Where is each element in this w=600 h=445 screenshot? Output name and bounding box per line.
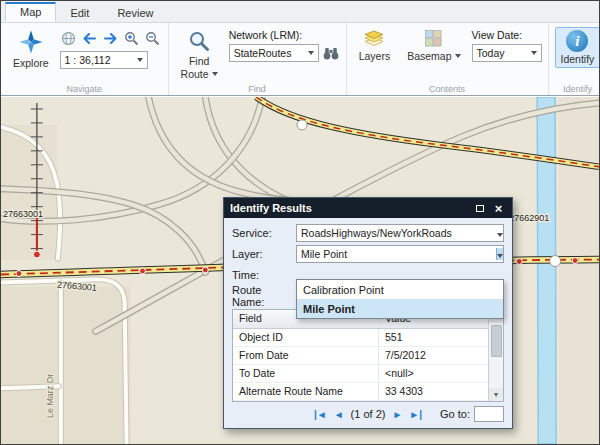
service-value: RoadsHighways/NewYorkRoads [301, 227, 452, 239]
table-row[interactable]: Object ID 551 [233, 329, 488, 347]
scrollbar-thumb[interactable] [491, 325, 502, 357]
table-row[interactable]: From Date 7/5/2012 [233, 347, 488, 365]
street-label-le-marz: Le Marz Dr [45, 374, 55, 418]
tab-edit[interactable]: Edit [56, 3, 103, 22]
layer-combo[interactable]: Mile Point [296, 245, 504, 263]
identify-button[interactable]: i Identify [555, 27, 600, 68]
dropdown-option-mile-point[interactable]: Mile Point [297, 299, 503, 318]
next-page-button[interactable]: ► [392, 409, 402, 420]
back-arrow-icon[interactable] [81, 29, 99, 47]
map-viewport[interactable]: 27663001 27663001 27662901 Le Marz Dr Id… [1, 97, 599, 444]
explore-button[interactable]: Explore [7, 27, 55, 72]
group-label-contents: Contents [347, 84, 548, 94]
tab-review[interactable]: Review [103, 3, 167, 22]
layers-button[interactable]: Layers [353, 27, 397, 65]
network-lrm-value: StateRoutes [234, 47, 292, 59]
layers-icon [364, 30, 384, 49]
ribbon-group-navigate: Explore [1, 23, 169, 95]
goto-label: Go to: [440, 408, 470, 420]
layer-value: Mile Point [301, 248, 347, 260]
identify-results-dialog: Identify Results × Service: RoadsHighway… [223, 197, 513, 429]
attributes-table: Field Value Object ID 551 From Date 7/5/… [232, 309, 504, 402]
network-lrm-combo[interactable]: StateRoutes [229, 44, 319, 62]
ribbon-group-contents: Layers Basemap View Date: Today [347, 23, 549, 95]
time-label: Time: [232, 269, 296, 281]
layer-dropdown-list: Calibration Point Mile Point [296, 279, 504, 319]
dropdown-option-calibration-point[interactable]: Calibration Point [297, 280, 503, 299]
scale-combo[interactable]: 1 : 36,112 [60, 51, 148, 69]
service-label: Service: [232, 227, 296, 239]
find-route-button[interactable]: Find Route [175, 27, 224, 83]
maximize-button[interactable] [472, 201, 487, 216]
identify-icon: i [566, 30, 588, 52]
scroll-down-icon[interactable]: ▼ [489, 388, 503, 401]
group-label-navigate: Navigate [1, 84, 168, 94]
application-window: Map Edit Review Explore [0, 0, 600, 445]
view-date-combo[interactable]: Today [472, 44, 542, 62]
service-combo[interactable]: RoadsHighways/NewYorkRoads [296, 224, 504, 242]
basemap-icon [425, 30, 442, 49]
binoculars-icon[interactable] [322, 44, 340, 62]
ribbon-group-identify: i Identify Identify [549, 23, 600, 95]
basemap-label: Basemap [407, 50, 451, 62]
route-label-left-edge: 27663001 [3, 209, 43, 219]
first-page-button[interactable]: |◄ [314, 409, 327, 420]
pagination-bar: |◄ ◄ (1 of 2) ► ►| Go to: [224, 402, 512, 426]
globe-icon[interactable] [60, 29, 78, 47]
identify-label: Identify [561, 53, 595, 65]
basemap-button[interactable]: Basemap [401, 27, 466, 65]
explore-label: Explore [13, 57, 49, 69]
maximize-icon [476, 205, 484, 212]
find-route-label-2: Route [181, 68, 209, 80]
view-date-label: View Date: [472, 29, 542, 41]
view-date-value: Today [477, 47, 505, 59]
network-lrm-label: Network (LRM): [229, 29, 340, 41]
scale-value: 1 : 36,112 [65, 54, 111, 66]
tab-map[interactable]: Map [5, 2, 56, 22]
explore-compass-icon [19, 30, 43, 56]
dialog-titlebar[interactable]: Identify Results × [224, 198, 512, 218]
find-route-label-1: Find [189, 55, 209, 67]
ribbon: Explore [1, 23, 599, 96]
forward-arrow-icon[interactable] [102, 29, 120, 47]
river [537, 97, 556, 444]
ribbon-tabbar: Map Edit Review [1, 1, 599, 23]
previous-page-button[interactable]: ◄ [334, 409, 344, 420]
goto-page-input[interactable] [474, 406, 504, 422]
page-indicator: (1 of 2) [351, 408, 386, 420]
table-scrollbar[interactable]: ▲ ▼ [488, 310, 503, 401]
group-label-find: Find [169, 84, 346, 94]
find-route-magnifier-icon [188, 30, 210, 54]
table-row[interactable]: Alternate Route Name 33 4303 [233, 383, 488, 401]
layers-label: Layers [359, 50, 391, 62]
group-label-identify: Identify [549, 84, 600, 94]
close-button[interactable]: × [491, 201, 506, 216]
zoom-out-icon[interactable] [144, 29, 162, 47]
dialog-title: Identify Results [230, 202, 312, 214]
layer-label: Layer: [232, 248, 296, 260]
route-label-right: 27662901 [509, 213, 549, 223]
zoom-in-icon[interactable] [123, 29, 141, 47]
ribbon-group-find: Find Route Network (LRM): StateRoutes [169, 23, 347, 95]
route-name-label: Route Name: [232, 284, 296, 308]
table-row[interactable]: To Date <null> [233, 365, 488, 383]
last-page-button[interactable]: ►| [409, 409, 422, 420]
